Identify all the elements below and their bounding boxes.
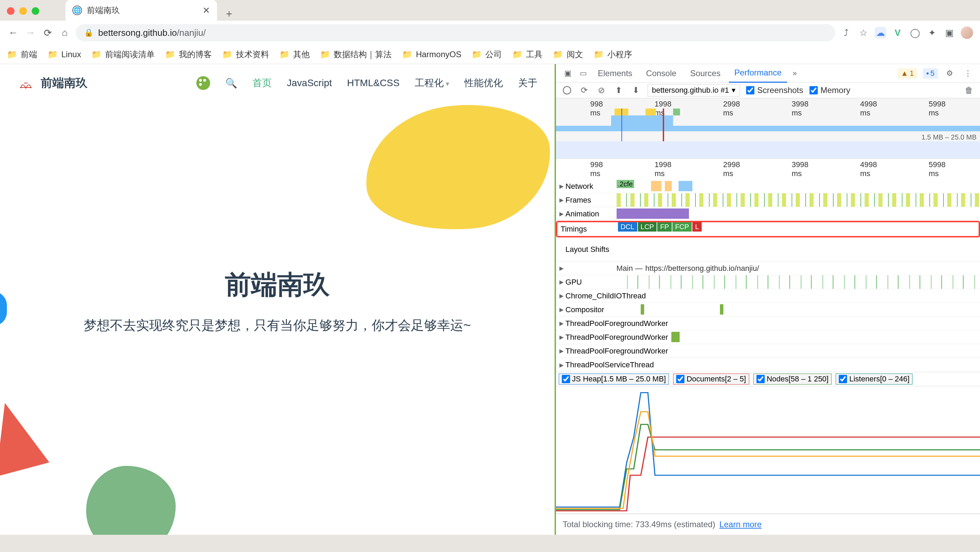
address-bar[interactable]: 🔒 bettersong.github.io/nanjiu/ [76, 24, 835, 41]
reload-button[interactable]: ⟳ [41, 27, 54, 39]
timing-badge-lcp[interactable]: LCP [638, 222, 657, 232]
decorative-shape-red [0, 396, 49, 477]
memory-chart[interactable] [556, 386, 980, 514]
nav-engineering[interactable]: 工程化 [415, 76, 449, 89]
profile-avatar[interactable] [961, 27, 973, 39]
bookmark-item[interactable]: 📁工具 [512, 49, 542, 60]
close-icon[interactable]: ✕ [202, 5, 210, 16]
vue-devtools-icon[interactable]: V [892, 27, 904, 38]
bookmark-item[interactable]: 📁我的博客 [165, 49, 212, 60]
timeline-overview[interactable]: 998 ms1998 ms2998 ms3998 ms4998 ms5998 m… [556, 98, 980, 159]
track-animation[interactable]: ▶Animation [556, 207, 980, 221]
inspect-element-icon[interactable]: ▣ [562, 69, 574, 78]
bookmark-item[interactable]: 📁Linux [48, 49, 81, 59]
palette-icon[interactable] [196, 76, 210, 90]
bookmark-item[interactable]: 📁HarmonyOS [402, 49, 461, 59]
warnings-badge[interactable]: ▲ 1 [897, 68, 917, 79]
memory-checkbox[interactable]: Memory [810, 86, 851, 95]
extension-circle-icon[interactable]: ◯ [909, 27, 921, 38]
lock-icon: 🔒 [84, 28, 93, 37]
nav-htmlcss[interactable]: HTML&CSS [347, 78, 399, 89]
track-timings[interactable]: Timings DCLLCPFPFCPL [556, 221, 980, 237]
legend-jsheap[interactable]: JS Heap[1.5 MB – 25.0 MB] [559, 374, 669, 385]
nav-home[interactable]: 首页 [253, 76, 272, 89]
tab-sources[interactable]: Sources [685, 64, 726, 82]
globe-icon: 🌐 [72, 5, 82, 15]
time-tick: 3998 ms [792, 160, 808, 178]
timing-badge-fcp[interactable]: FCP [672, 222, 692, 232]
sidepanel-icon[interactable]: ▣ [943, 27, 955, 38]
timing-badge-l[interactable]: L [692, 222, 702, 232]
tab-performance[interactable]: Performance [729, 64, 787, 83]
download-icon[interactable]: ⬇ [630, 85, 641, 96]
bookmark-star-icon[interactable]: ☆ [858, 27, 869, 38]
legend-nodes[interactable]: Nodes[58 – 1 250] [753, 374, 832, 385]
nav-performance[interactable]: 性能优化 [465, 76, 503, 89]
nav-javascript[interactable]: JavaScript [287, 78, 332, 89]
share-icon[interactable]: ⤴ [840, 27, 852, 38]
browser-tab[interactable]: 🌐 前端南玖 ✕ [65, 0, 217, 21]
folder-icon: 📁 [472, 49, 482, 59]
bookmark-item[interactable]: 📁前端阅读清单 [91, 49, 155, 60]
time-tick: 1998 ms [654, 160, 671, 178]
forward-button[interactable]: → [24, 27, 37, 39]
time-tick: 998 ms [590, 160, 603, 178]
kebab-menu-icon[interactable]: ⋮ [961, 69, 975, 78]
legend-listeners[interactable]: Listeners[0 – 246] [836, 374, 913, 385]
settings-gear-icon[interactable]: ⚙ [943, 69, 956, 78]
reload-record-button[interactable]: ⟳ [579, 85, 590, 96]
bookmark-item[interactable]: 📁阅文 [553, 49, 583, 60]
home-button[interactable]: ⌂ [59, 27, 71, 39]
nav-about[interactable]: 关于 [518, 76, 537, 89]
tab-elements[interactable]: Elements [592, 64, 638, 82]
search-icon[interactable]: 🔍 [225, 78, 237, 89]
bookmark-item[interactable]: 📁前端 [7, 49, 37, 60]
track-chrome-io[interactable]: ▶Chrome_ChildIOThread [556, 289, 980, 303]
track-network[interactable]: ▶Network .2cfe [556, 180, 980, 193]
folder-icon: 📁 [222, 49, 232, 59]
track-compositor[interactable]: ▶Compositor [556, 303, 980, 317]
learn-more-link[interactable]: Learn more [719, 520, 762, 529]
new-tab-button[interactable]: ＋ [224, 6, 234, 21]
record-button[interactable] [562, 85, 573, 96]
folder-icon: 📁 [279, 49, 290, 59]
device-toolbar-icon[interactable]: ▭ [577, 69, 590, 78]
screenshots-checkbox[interactable]: Screenshots [746, 86, 803, 95]
timing-badge-fp[interactable]: FP [657, 222, 672, 232]
bookmark-item[interactable]: 📁技术资料 [222, 49, 269, 60]
track-frames[interactable]: ▶Frames [556, 193, 980, 207]
profile-select[interactable]: bettersong.github.io #1 ▾ [648, 84, 740, 97]
tab-console[interactable]: Console [641, 64, 682, 82]
track-thread-pool-fg-2[interactable]: ▶ThreadPoolForegroundWorker [556, 331, 980, 344]
clear-button[interactable]: ⊘ [596, 85, 607, 96]
track-thread-pool-fg-1[interactable]: ▶ThreadPoolForegroundWorker [556, 317, 980, 331]
bookmark-item[interactable]: 📁数据结构｜算法 [320, 49, 391, 60]
upload-icon[interactable]: ⬆ [613, 85, 624, 96]
folder-icon: 📁 [512, 49, 523, 59]
memory-series-line [556, 412, 980, 508]
track-thread-pool-service[interactable]: ▶ThreadPoolServiceThread [556, 358, 980, 372]
window-minimize[interactable] [19, 7, 27, 15]
more-tabs-icon[interactable]: » [790, 69, 800, 78]
legend-documents[interactable]: Documents[2 – 5] [673, 374, 749, 385]
extensions-puzzle-icon[interactable]: ✦ [926, 27, 938, 38]
timing-badge-dcl[interactable]: DCL [618, 222, 637, 232]
track-thread-pool-fg-3[interactable]: ▶ThreadPoolForegroundWorker [556, 344, 980, 358]
back-button[interactable]: ← [7, 27, 19, 39]
track-main[interactable]: ▶ Main — https://bettersong.github.io/na… [556, 261, 980, 275]
track-layout-shifts[interactable]: Layout Shifts [556, 237, 980, 261]
track-gpu[interactable]: ▶GPU [556, 275, 980, 289]
window-maximize[interactable] [32, 7, 39, 15]
delete-icon[interactable]: 🗑 [964, 85, 975, 96]
bookmark-item[interactable]: 📁其他 [279, 49, 310, 60]
folder-icon: 📁 [593, 49, 604, 59]
folder-icon: 📁 [320, 49, 330, 59]
folder-icon: 📁 [48, 49, 58, 59]
folder-icon: 📁 [7, 49, 17, 59]
bookmark-item[interactable]: 📁公司 [472, 49, 502, 60]
folder-icon: 📁 [553, 49, 563, 59]
issues-badge[interactable]: ▪ 5 [923, 68, 938, 79]
bookmark-item[interactable]: 📁小程序 [593, 49, 632, 60]
extension-cloud-icon[interactable]: ☁ [875, 27, 886, 38]
window-close[interactable] [7, 7, 14, 15]
